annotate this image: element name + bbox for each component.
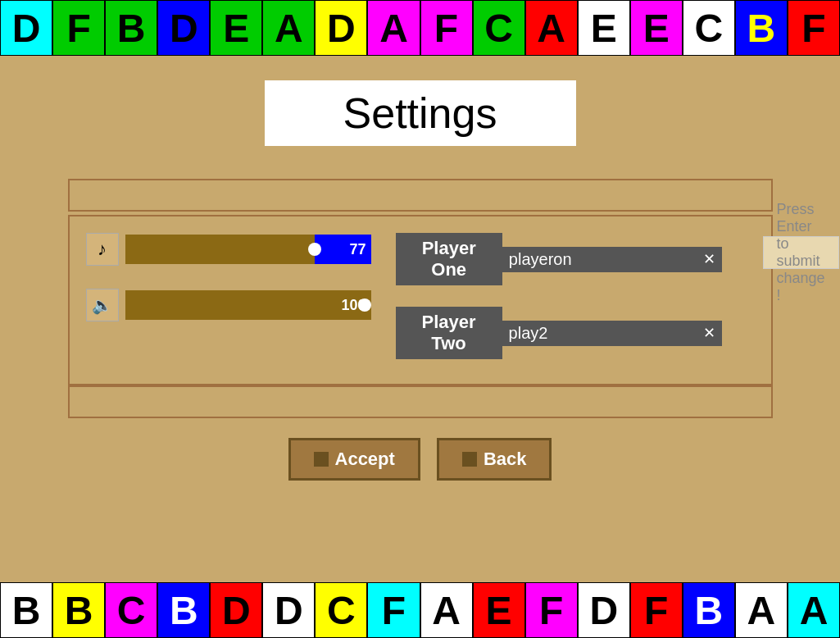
player-one-row: Player One ✕ [396, 233, 722, 285]
bottom-banner-cell: E [473, 582, 525, 638]
bottom-banner-cell: F [525, 582, 578, 638]
volume-icon: 🔈 [92, 295, 112, 315]
music-slider-value: 77 [349, 241, 366, 258]
player-two-clear-button[interactable]: ✕ [703, 324, 715, 342]
volume-icon-box: 🔈 [86, 289, 119, 321]
player-two-input-box[interactable]: ✕ [502, 321, 722, 346]
back-button[interactable]: Back [437, 438, 552, 481]
back-checkbox-icon [462, 452, 477, 467]
top-banner-cell: A [262, 0, 315, 56]
top-banner-cell: F [788, 0, 840, 56]
deco-panel-bottom [68, 385, 773, 418]
music-icon: ♪ [98, 239, 107, 260]
top-banner-cell: D [0, 0, 52, 56]
top-banner-cell: E [578, 0, 630, 56]
top-banner-cell: D [157, 0, 210, 56]
players-column: Player One ✕ Player Two ✕ [396, 233, 722, 367]
music-slider-container[interactable]: 77 [125, 235, 371, 264]
accept-checkbox-icon [314, 452, 329, 467]
player-one-clear-button[interactable]: ✕ [703, 250, 715, 268]
back-label: Back [484, 449, 527, 470]
bottom-banner-cell: D [578, 582, 630, 638]
top-banner-cell: E [210, 0, 262, 56]
bottom-banner-cell: C [105, 582, 157, 638]
main-content: Settings ♪ 77 [0, 56, 840, 582]
player-two-row: Player Two ✕ [396, 307, 722, 359]
music-slider-thumb [308, 243, 321, 256]
bottom-banner: BBCBDDCFAEFDFBAA [0, 582, 840, 638]
bottom-banner-cell: B [157, 582, 210, 638]
music-icon-box: ♪ [86, 233, 119, 266]
top-banner-cell: F [52, 0, 105, 56]
player-two-input[interactable] [509, 324, 700, 343]
accept-label: Accept [335, 449, 395, 470]
top-banner-cell: E [630, 0, 683, 56]
buttons-row: Accept Back [288, 438, 552, 481]
sliders-column: ♪ 77 🔈 100 [86, 233, 371, 331]
top-banner-cell: F [420, 0, 473, 56]
deco-panel-top [68, 179, 773, 212]
settings-title: Settings [343, 89, 497, 137]
player-two-label: Player Two [396, 307, 502, 359]
player-one-label: Player One [396, 233, 502, 285]
volume-slider-value: 100 [341, 297, 366, 314]
top-banner-cell: B [735, 0, 788, 56]
music-slider-row: ♪ 77 [86, 233, 371, 266]
bottom-banner-cell: B [0, 582, 52, 638]
hint-text: Press Enter to submit change ! [763, 236, 839, 269]
top-banner-cell: A [367, 0, 420, 56]
bottom-banner-cell: F [630, 582, 683, 638]
volume-slider-container[interactable]: 100 [125, 290, 371, 320]
volume-slider-fill [125, 290, 371, 320]
bottom-banner-cell: F [367, 582, 420, 638]
top-banner-cell: D [315, 0, 367, 56]
top-banner: DFBDEADAFCAEECBF [0, 0, 840, 56]
music-slider-fill [125, 235, 315, 264]
settings-wrapper: ♪ 77 🔈 100 [68, 179, 773, 422]
player-one-input[interactable] [509, 250, 700, 269]
bottom-banner-cell: B [683, 582, 735, 638]
settings-title-box: Settings [265, 80, 576, 146]
bottom-banner-cell: A [420, 582, 473, 638]
top-banner-cell: C [683, 0, 735, 56]
bottom-banner-cell: B [52, 582, 105, 638]
bottom-banner-cell: D [210, 582, 262, 638]
player-one-input-box[interactable]: ✕ [502, 247, 722, 272]
bottom-banner-cell: C [315, 582, 367, 638]
accept-button[interactable]: Accept [288, 438, 420, 481]
bottom-banner-cell: A [735, 582, 788, 638]
volume-slider-row: 🔈 100 [86, 289, 371, 321]
settings-main-row: ♪ 77 🔈 100 [68, 215, 773, 385]
bottom-banner-cell: A [788, 582, 840, 638]
top-banner-cell: C [473, 0, 525, 56]
top-banner-cell: A [525, 0, 578, 56]
top-banner-cell: B [105, 0, 157, 56]
hint-column: Press Enter to submit change ! [747, 233, 839, 269]
bottom-banner-cell: D [262, 582, 315, 638]
